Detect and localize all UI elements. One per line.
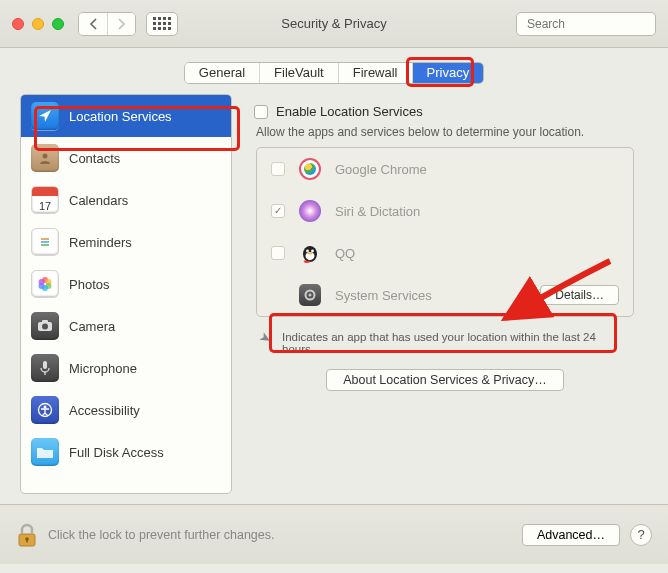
- camera-icon: [31, 312, 59, 340]
- svg-rect-14: [42, 320, 48, 323]
- svg-rect-28: [26, 539, 28, 543]
- microphone-icon: [31, 354, 59, 382]
- sidebar-item-accessibility[interactable]: Accessibility: [21, 389, 231, 431]
- app-name: Siri & Dictation: [335, 204, 420, 219]
- gear-icon: [297, 282, 323, 308]
- sidebar-item-camera[interactable]: Camera: [21, 305, 231, 347]
- svg-rect-15: [43, 361, 47, 369]
- lock-icon[interactable]: [16, 522, 38, 548]
- svg-point-25: [309, 294, 312, 297]
- app-name: System Services: [335, 288, 432, 303]
- search-input[interactable]: [527, 17, 668, 31]
- lock-text: Click the lock to prevent further change…: [48, 528, 275, 542]
- titlebar: Security & Privacy: [0, 0, 668, 48]
- app-checkbox[interactable]: [271, 204, 285, 218]
- enable-location-label: Enable Location Services: [276, 104, 423, 119]
- sidebar[interactable]: Location Services Contacts 17 Calendars …: [20, 94, 232, 494]
- nav-forward-button[interactable]: [107, 13, 135, 35]
- help-button[interactable]: ?: [630, 524, 652, 546]
- sidebar-item-label: Full Disk Access: [69, 445, 164, 460]
- footer: Click the lock to prevent further change…: [0, 504, 668, 564]
- tab-privacy[interactable]: Privacy: [412, 63, 484, 83]
- app-row-chrome[interactable]: Google Chrome: [257, 148, 633, 190]
- location-icon: [31, 102, 59, 130]
- nav-back-button[interactable]: [79, 13, 107, 35]
- svg-point-13: [42, 324, 48, 330]
- sidebar-item-label: Reminders: [69, 235, 132, 250]
- reminders-icon: [31, 228, 59, 256]
- chrome-icon: [297, 156, 323, 182]
- app-row-system-services[interactable]: System Services Details…: [257, 274, 633, 316]
- app-name: Google Chrome: [335, 162, 427, 177]
- photos-icon: [31, 270, 59, 298]
- tab-firewall[interactable]: Firewall: [338, 63, 412, 83]
- tab-filevault[interactable]: FileVault: [259, 63, 338, 83]
- app-list: Google Chrome Siri & Dictation QQ System: [256, 147, 634, 317]
- sidebar-item-microphone[interactable]: Microphone: [21, 347, 231, 389]
- sidebar-item-label: Accessibility: [69, 403, 140, 418]
- right-panel: Enable Location Services Allow the apps …: [242, 94, 648, 494]
- sidebar-item-photos[interactable]: Photos: [21, 263, 231, 305]
- advanced-button[interactable]: Advanced…: [522, 524, 620, 546]
- svg-point-11: [39, 279, 45, 285]
- app-name: QQ: [335, 246, 355, 261]
- sidebar-item-full-disk-access[interactable]: Full Disk Access: [21, 431, 231, 473]
- folder-icon: [31, 438, 59, 466]
- tab-row: General FileVault Firewall Privacy: [0, 62, 668, 84]
- app-checkbox[interactable]: [271, 246, 285, 260]
- sidebar-item-label: Calendars: [69, 193, 128, 208]
- svg-point-23: [308, 253, 313, 255]
- sidebar-item-location-services[interactable]: Location Services: [21, 95, 231, 137]
- qq-icon: [297, 240, 323, 266]
- svg-point-22: [311, 250, 314, 253]
- accessibility-icon: [31, 396, 59, 424]
- about-location-button[interactable]: About Location Services & Privacy…: [326, 369, 564, 391]
- minimize-window-button[interactable]: [32, 18, 44, 30]
- enable-location-checkbox[interactable]: [254, 105, 268, 119]
- close-window-button[interactable]: [12, 18, 24, 30]
- tab-general[interactable]: General: [185, 63, 259, 83]
- contacts-icon: [31, 144, 59, 172]
- sidebar-item-contacts[interactable]: Contacts: [21, 137, 231, 179]
- sidebar-item-label: Camera: [69, 319, 115, 334]
- app-checkbox[interactable]: [271, 162, 285, 176]
- svg-point-2: [43, 154, 48, 159]
- location-usage-note: ➤ Indicates an app that has used your lo…: [242, 317, 648, 363]
- details-button[interactable]: Details…: [540, 285, 619, 305]
- nav-segment: [78, 12, 136, 36]
- sidebar-item-reminders[interactable]: Reminders: [21, 221, 231, 263]
- tabs: General FileVault Firewall Privacy: [184, 62, 484, 84]
- location-arrow-icon: ➤: [257, 328, 275, 348]
- sidebar-item-label: Location Services: [69, 109, 172, 124]
- show-all-prefs-button[interactable]: [146, 12, 178, 36]
- sidebar-item-label: Photos: [69, 277, 109, 292]
- traffic-lights: [12, 18, 64, 30]
- search-field[interactable]: [516, 12, 656, 36]
- note-text: Indicates an app that has used your loca…: [282, 331, 630, 355]
- zoom-window-button[interactable]: [52, 18, 64, 30]
- app-row-qq[interactable]: QQ: [257, 232, 633, 274]
- siri-icon: [297, 198, 323, 224]
- sidebar-item-calendars[interactable]: 17 Calendars: [21, 179, 231, 221]
- svg-point-21: [306, 250, 309, 253]
- svg-point-18: [44, 406, 47, 409]
- app-row-siri[interactable]: Siri & Dictation: [257, 190, 633, 232]
- calendar-icon: 17: [31, 186, 59, 214]
- sidebar-item-label: Microphone: [69, 361, 137, 376]
- panel-subtitle: Allow the apps and services below to det…: [242, 123, 648, 147]
- sidebar-item-label: Contacts: [69, 151, 120, 166]
